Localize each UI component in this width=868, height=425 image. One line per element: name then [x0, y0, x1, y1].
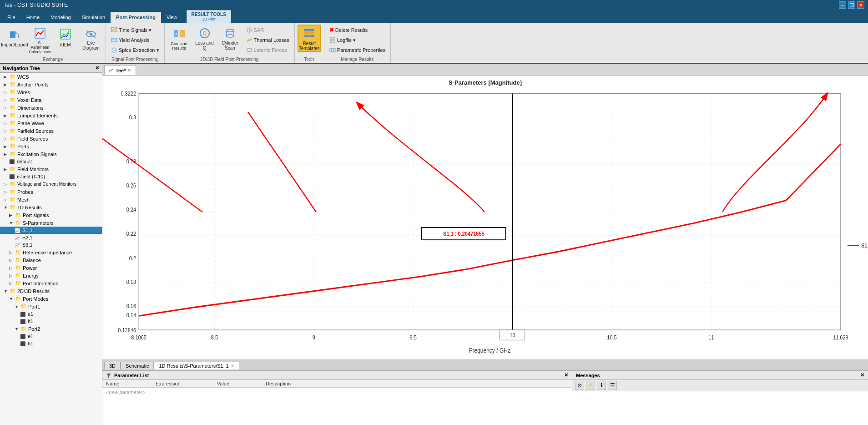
chart-area: S-Parameters [Magnitude]: [102, 76, 868, 359]
delete-results-icon: ✖: [329, 27, 334, 33]
tree-item-port-modes[interactable]: ▼📁Port Modes: [0, 295, 102, 303]
parameter-list-close[interactable]: ✕: [564, 372, 568, 378]
tab-3d[interactable]: 3D: [104, 362, 121, 369]
tree-item-field-monitors[interactable]: ▶📁Field Monitors: [0, 165, 102, 173]
tree-item-ports[interactable]: ▶📁Ports: [0, 142, 102, 150]
tab-simulation[interactable]: Simulation: [76, 12, 111, 23]
tree-item-port1[interactable]: ▼📁Port1: [0, 303, 102, 310]
yield-analysis-label: Yield Analysis: [119, 37, 149, 43]
tab-schematic[interactable]: Schematic: [121, 362, 154, 369]
tree-item-s-parameters[interactable]: ▼📁S-Parameters: [0, 219, 102, 227]
minimize-button[interactable]: ─: [839, 1, 846, 9]
logfile-button[interactable]: Logfile ▾: [327, 35, 388, 45]
tree-item-probes[interactable]: ▷📁Probes: [0, 188, 102, 196]
restore-button[interactable]: ❐: [848, 1, 855, 9]
tree-item-port2[interactable]: ▼📁Port2: [0, 325, 102, 333]
tree-item-e1-port1[interactable]: ⬛e1: [0, 310, 102, 318]
tree-item-plane-wave[interactable]: ▷📁Plane Wave: [0, 119, 102, 127]
idem-icon: [58, 27, 73, 41]
ribbon-group-field: A B Combine Results Q Loss and Q: [165, 23, 295, 63]
lorentz-forces-label: Lorentz Forces: [254, 47, 287, 53]
cylinder-scan-button[interactable]: Cylinder Scan: [218, 25, 242, 52]
tab-modeling[interactable]: Modeling: [45, 12, 76, 23]
sar-button[interactable]: SAR: [244, 25, 292, 35]
messages-close[interactable]: ✕: [860, 372, 864, 378]
title-bar: Tee - CST STUDIO SUITE ─ ❐ ✕: [0, 0, 868, 10]
spice-extraction-button[interactable]: Spice Extraction ▾: [109, 46, 161, 55]
msg-info-button[interactable]: ℹ: [597, 381, 606, 390]
tree-item-field-sources[interactable]: ▷📁Field Sources: [0, 135, 102, 142]
chart-container[interactable]: S-Parameters [Magnitude]: [102, 76, 868, 359]
new-param-placeholder[interactable]: <new parameter>: [106, 390, 145, 395]
col-name: Name: [106, 381, 119, 386]
tree-item-ref-impedance[interactable]: ▷📁Reference Impedance: [0, 248, 102, 256]
tab-file[interactable]: File: [2, 12, 21, 23]
nav-tree-body[interactable]: ▶📁WCS ▶📁Anchor Points ▷📁Wires ▷📁Voxel Da…: [0, 73, 102, 425]
tree-item-efield[interactable]: ⬛e-field (f=10): [0, 173, 102, 180]
parameter-list-title: Parameter List: [114, 373, 149, 378]
tree-item-default[interactable]: ⬛default: [0, 158, 102, 165]
combine-results-button[interactable]: A B Combine Results: [167, 25, 191, 52]
tab-home[interactable]: Home: [21, 12, 45, 23]
tree-item-anchor-points[interactable]: ▶📁Anchor Points: [0, 81, 102, 88]
idem-button[interactable]: IdEM: [54, 25, 77, 52]
tab-post-processing[interactable]: Post-Processing: [111, 12, 161, 23]
svg-text:S1,1 : 0.20471655: S1,1 : 0.20471655: [443, 230, 484, 237]
time-signals-button[interactable]: Time Signals ▾: [109, 25, 161, 35]
tree-item-excitation-signals[interactable]: ▶📁Excitation Signals: [0, 150, 102, 158]
tree-item-s31[interactable]: 📈S3,1: [0, 241, 102, 248]
sar-thermal-group: SAR Thermal Losses Lorentz Forces: [244, 25, 292, 55]
parametric-props-button[interactable]: Parametric Properties: [327, 46, 388, 55]
tab-1d-results[interactable]: 1D Results\S-Parameters\S1, 1 ✕: [154, 362, 239, 369]
svg-text:0.16: 0.16: [126, 303, 136, 309]
tree-item-s11[interactable]: 📈S1,1: [0, 227, 102, 234]
import-export-button[interactable]: Import/Export: [3, 25, 26, 52]
tree-item-port-info[interactable]: ▷📁Port Information: [0, 279, 102, 287]
yield-analysis-button[interactable]: Yield Analysis: [109, 35, 161, 45]
combine-results-icon: A B: [172, 27, 187, 40]
loss-q-label: Loss and Q: [194, 40, 215, 51]
tree-item-e1-port2[interactable]: ⬛e1: [0, 333, 102, 340]
tree-item-mesh[interactable]: ▷📁Mesh: [0, 196, 102, 203]
tree-item-farfield-sources[interactable]: ▷📁Farfield Sources: [0, 127, 102, 135]
tree-item-dimensions[interactable]: ▷📁Dimensions: [0, 104, 102, 111]
svg-text:8.1065: 8.1065: [131, 334, 146, 341]
s-parameter-button[interactable]: S-Parameter Calculations: [28, 25, 52, 52]
delete-results-button[interactable]: ✖ Delete Results: [327, 25, 388, 35]
title-text: Tee - CST STUDIO SUITE: [4, 2, 68, 8]
tree-item-lumped-elements[interactable]: ▶📁Lumped Elements: [0, 111, 102, 119]
tree-item-energy[interactable]: ▷📁Energy: [0, 272, 102, 279]
nav-tree-close[interactable]: ✕: [95, 65, 99, 71]
1d-results-tab-close[interactable]: ✕: [231, 364, 234, 369]
loss-q-button[interactable]: Q Loss and Q: [193, 25, 217, 52]
result-templates-button[interactable]: Result Templates: [298, 25, 321, 52]
tab-view[interactable]: View: [161, 12, 183, 23]
svg-text:0.12846: 0.12846: [118, 327, 136, 334]
tree-item-h1-port2[interactable]: ⬛h1: [0, 340, 102, 347]
msg-list-button[interactable]: ☰: [608, 381, 617, 390]
tree-item-1d-results[interactable]: ▼📁1D Results: [0, 203, 102, 211]
svg-text:0.3222: 0.3222: [121, 90, 136, 97]
tee-tab-close[interactable]: ✕: [127, 68, 131, 73]
tree-item-wcs[interactable]: ▶📁WCS: [0, 73, 102, 81]
tree-item-s21[interactable]: 📈S2,1: [0, 234, 102, 241]
tree-item-wires[interactable]: ▷📁Wires: [0, 88, 102, 96]
eye-diagram-button[interactable]: Eye Diagram: [79, 25, 103, 52]
msg-warning-button[interactable]: ⚠: [586, 381, 595, 390]
tree-item-power[interactable]: ▷📁Power: [0, 264, 102, 272]
tree-item-voltage-monitors[interactable]: ▷📁Voltage and Current Monitors: [0, 180, 102, 188]
tree-item-port-signals[interactable]: ▶📁Port signals: [0, 211, 102, 219]
close-button[interactable]: ✕: [857, 1, 864, 9]
tree-item-2d3d-results[interactable]: ▼📁2D/3D Results: [0, 287, 102, 295]
tab-tee[interactable]: Tee* ✕: [104, 65, 136, 75]
lorentz-forces-button[interactable]: Lorentz Forces: [244, 46, 292, 55]
thermal-losses-button[interactable]: Thermal Losses: [244, 35, 292, 45]
tree-item-h1-port1[interactable]: ⬛h1: [0, 318, 102, 325]
tab-result-tools[interactable]: RESULT TOOLS 1D Plot: [187, 10, 231, 23]
svg-text:0.28: 0.28: [126, 158, 136, 165]
tree-item-balance[interactable]: ▷📁Balance: [0, 256, 102, 264]
tree-item-voxel-data[interactable]: ▷📁Voxel Data: [0, 96, 102, 104]
import-export-label: Import/Export: [1, 42, 28, 47]
time-signals-label: Time Signals ▾: [119, 27, 151, 33]
msg-clear-button[interactable]: ⊘: [575, 381, 584, 390]
